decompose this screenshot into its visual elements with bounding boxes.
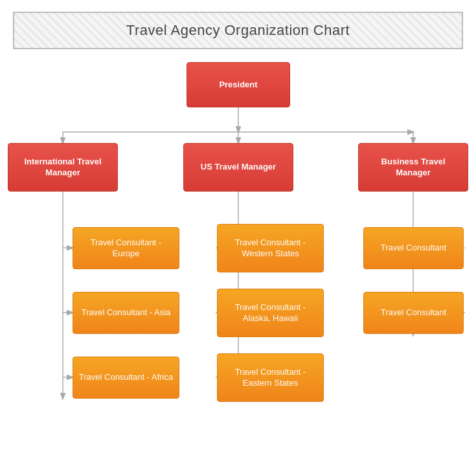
consultant-alaska-box: Travel Consultant - Alaska, Hawaii [217,289,324,337]
page: Travel Agency Organization Chart [0,12,476,453]
us-manager-box: US Travel Manager [183,143,293,192]
us-manager-label: US Travel Manager [201,162,276,173]
consultant-alaska-label: Travel Consultant - Alaska, Hawaii [223,302,318,324]
chart-area: President International Travel Manager U… [0,56,476,437]
consultant-biz1-label: Travel Consultant [381,243,446,254]
biz-manager-label: Business Travel Manager [364,157,462,179]
consultant-europe-box: Travel Consultant - Europe [73,227,179,269]
consultant-eastern-box: Travel Consultant - Eastern States [217,353,324,402]
consultant-biz2-box: Travel Consultant [363,292,464,334]
intl-manager-box: International Travel Manager [8,143,118,192]
consultant-western-box: Travel Consultant - Western States [217,224,324,272]
consultant-europe-label: Travel Consultant - Europe [78,238,174,260]
biz-manager-box: Business Travel Manager [358,143,468,192]
consultant-asia-label: Travel Consultant - Asia [82,307,171,318]
president-label: President [219,80,257,91]
chart-title: Travel Agency Organization Chart [126,22,350,38]
consultant-eastern-label: Travel Consultant - Eastern States [223,367,318,389]
president-box: President [187,62,290,107]
consultant-africa-label: Travel Consultant - Africa [79,372,173,383]
consultant-africa-box: Travel Consultant - Africa [73,357,179,399]
consultant-biz2-label: Travel Consultant [381,307,446,318]
intl-manager-label: International Travel Manager [14,157,112,179]
consultant-biz1-box: Travel Consultant [363,227,464,269]
consultant-western-label: Travel Consultant - Western States [223,238,318,260]
consultant-asia-box: Travel Consultant - Asia [73,292,179,334]
title-area: Travel Agency Organization Chart [13,12,463,49]
